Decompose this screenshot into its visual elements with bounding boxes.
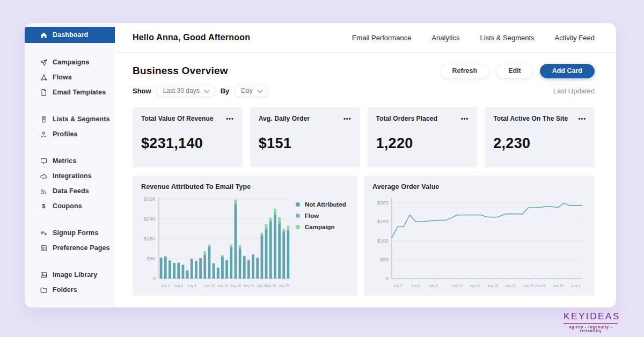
svg-text:July 18: July 18 [230, 284, 241, 288]
sidebar-group: Signup FormsPreference Pages [25, 225, 115, 255]
by-dropdown[interactable]: Day [234, 85, 268, 97]
sidebar-item-label: Flows [53, 74, 72, 81]
ellipsis-icon[interactable]: ••• [226, 116, 234, 121]
svg-text:July 18: July 18 [487, 284, 499, 288]
sidebar-item-lists-segments[interactable]: Lists & Segments [25, 112, 115, 127]
folder-icon [39, 285, 48, 294]
sidebar-item-metrics[interactable]: Metrics [25, 153, 115, 169]
svg-text:July 12: July 12 [452, 284, 463, 288]
svg-text:July 21: July 21 [243, 284, 254, 288]
sidebar-item-folders[interactable]: Folders [25, 282, 115, 297]
toolbar-buttons: Refresh Edit Add Card [440, 64, 595, 78]
stat-value: $231,140 [141, 135, 234, 152]
person-icon [39, 130, 48, 138]
sidebar-item-data-feeds[interactable]: Data Feeds [25, 184, 115, 199]
ellipsis-icon[interactable]: ••• [578, 116, 586, 121]
sidebar-item-label: Campaigns [53, 58, 89, 66]
svg-text:July 2: July 2 [393, 284, 402, 288]
sidebar-item-label: Integrations [53, 172, 92, 180]
nav-lists-segments[interactable]: Lists & Segments [480, 34, 534, 42]
cloud-icon [39, 172, 48, 180]
legend-dot-icon [296, 214, 300, 218]
revenue-chart-card: Revenue Attributed To Email Type 0$8K$16… [133, 175, 357, 296]
nav-email-performance[interactable]: Email Performance [352, 34, 412, 42]
svg-text:July 5: July 5 [174, 284, 183, 288]
dollar-icon: $ [39, 202, 48, 210]
legend-item-campaign: Campaign [296, 224, 346, 230]
filter-row: Show Last 30 days By Day Last Updated [133, 83, 595, 99]
sidebar: DashboardCampaignsFlowsEmail TemplatesLi… [25, 23, 115, 307]
ellipsis-icon[interactable]: ••• [343, 116, 352, 121]
sidebar-item-label: Folders [53, 286, 77, 294]
dashboard-window: DashboardCampaignsFlowsEmail TemplatesLi… [25, 23, 616, 307]
svg-text:$: $ [42, 202, 45, 209]
sidebar-group: Image LibraryFolders [25, 267, 115, 297]
sidebar-item-campaigns[interactable]: Campaigns [25, 55, 115, 70]
sidebar-item-label: Coupons [53, 202, 82, 210]
nav-analytics[interactable]: Analytics [431, 34, 459, 42]
metrics-icon [39, 157, 48, 165]
ellipsis-icon[interactable]: ••• [461, 116, 469, 121]
sidebar-item-email-templates[interactable]: Email Templates [25, 85, 115, 100]
by-label: By [221, 87, 230, 95]
last-updated-text: Last Updated [553, 87, 595, 95]
show-dropdown-value: Last 30 days [163, 87, 200, 94]
svg-text:July 15: July 15 [217, 284, 228, 288]
content: Business Overview Refresh Edit Add Card … [115, 53, 616, 296]
rss-icon [39, 187, 48, 195]
revenue-bar-chart: 0$8K$16K$24K$32KJuly 2July 5July 8July 1… [141, 194, 292, 290]
svg-text:July 5: July 5 [411, 284, 420, 288]
svg-text:$16K: $16K [144, 236, 156, 241]
svg-text:$50: $50 [380, 257, 389, 262]
stat-label: Avg. Daily Order [259, 115, 310, 122]
svg-text:$150: $150 [377, 218, 389, 224]
svg-text:0: 0 [153, 275, 156, 281]
stat-cards: Total Value Of Revenue•••$231,140Avg. Da… [133, 107, 595, 167]
revenue-chart-legend: Not AttributedFlowCampaign [292, 194, 346, 290]
sidebar-item-integrations[interactable]: Integrations [25, 169, 115, 184]
legend-item-flow: Flow [296, 213, 346, 219]
legend-label: Not Attributed [305, 201, 346, 208]
sidebar-item-image-library[interactable]: Image Library [25, 267, 115, 282]
svg-text:July 21: July 21 [505, 284, 516, 288]
svg-text:$200: $200 [377, 200, 389, 206]
edit-button[interactable]: Edit [496, 64, 533, 78]
refresh-button[interactable]: Refresh [440, 64, 490, 78]
show-dropdown[interactable]: Last 30 days [156, 85, 216, 97]
stat-card-header: Total Orders Placed••• [376, 115, 469, 122]
svg-text:$32K: $32K [144, 196, 156, 202]
sidebar-group: Lists & SegmentsProfiles [25, 112, 115, 142]
list-icon [39, 115, 48, 123]
title-row: Business Overview Refresh Edit Add Card [133, 61, 595, 80]
image-icon [39, 270, 48, 279]
sidebar-item-label: Preference Pages [53, 244, 110, 252]
stat-card-header: Total Active On The Site••• [493, 115, 586, 122]
chevron-down-icon [204, 87, 209, 93]
filters: Show Last 30 days By Day [133, 85, 269, 97]
sidebar-item-signup-forms[interactable]: Signup Forms [25, 225, 115, 240]
svg-text:Aug 1: Aug 1 [572, 284, 581, 288]
stat-card-total-orders-placed: Total Orders Placed•••1,220 [368, 107, 478, 167]
sidebar-item-label: Signup Forms [53, 229, 98, 237]
top-nav: Email PerformanceAnalyticsLists & Segmen… [352, 34, 595, 42]
sidebar-item-label: Email Templates [53, 89, 106, 96]
svg-text:July 29: July 29 [553, 284, 564, 288]
add-card-button[interactable]: Add Card [540, 64, 595, 78]
revenue-chart-title: Revenue Attributed To Email Type [141, 183, 349, 191]
desktop-background: { "colors": { "accent_blue": "#1D5CA7", … [0, 0, 644, 337]
nav-activity-feed[interactable]: Activity Feed [555, 34, 595, 42]
svg-text:July 12: July 12 [204, 284, 215, 288]
sidebar-item-profiles[interactable]: Profiles [25, 127, 115, 142]
by-dropdown-value: Day [241, 87, 252, 94]
sidebar-item-dashboard[interactable]: Dashboard [25, 27, 115, 43]
sidebar-item-preference-pages[interactable]: Preference Pages [25, 240, 115, 255]
stat-value: 2,230 [493, 135, 586, 152]
send-icon [39, 58, 48, 67]
sidebar-item-coupons[interactable]: $Coupons [25, 199, 115, 214]
svg-text:July 26: July 26 [265, 284, 276, 288]
sidebar-group: Dashboard [25, 27, 115, 43]
svg-text:July 15: July 15 [470, 284, 481, 288]
sidebar-group: MetricsIntegrationsData Feeds$Coupons [25, 153, 115, 214]
sidebar-item-flows[interactable]: Flows [25, 70, 115, 85]
flows-icon [39, 73, 48, 82]
